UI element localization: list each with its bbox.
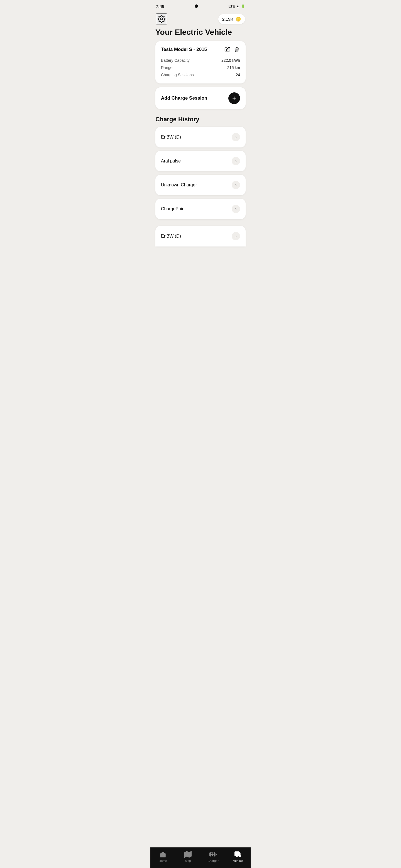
- battery-value: 222.0 kWh: [221, 58, 240, 63]
- top-bar: 2.15K 🪙: [150, 11, 251, 28]
- history-item[interactable]: EnBW (D) ›: [155, 127, 246, 148]
- status-time: 7:48: [156, 4, 164, 9]
- history-item-label: EnBW (D): [161, 234, 181, 239]
- add-session-label: Add Charge Session: [161, 95, 207, 101]
- chevron-right-icon: ›: [232, 157, 240, 165]
- chevron-right-icon: ›: [232, 181, 240, 189]
- charge-history-title: Charge History: [155, 116, 246, 123]
- wallet-button[interactable]: 2.15K 🪙: [218, 14, 245, 24]
- trash-icon: [234, 47, 239, 52]
- network-type: LTE: [229, 4, 235, 8]
- sessions-label: Charging Sessions: [161, 72, 194, 77]
- wallet-amount: 2.15K: [222, 17, 233, 22]
- battery-row: Battery Capacity 222.0 kWh: [161, 57, 240, 64]
- add-session-button[interactable]: +: [228, 92, 240, 104]
- range-value: 215 km: [227, 65, 240, 70]
- history-item-label: ChargePoint: [161, 207, 186, 211]
- settings-button[interactable]: [156, 13, 167, 25]
- svg-point-0: [161, 18, 163, 20]
- wallet-icon: 🪙: [236, 17, 241, 22]
- gear-icon: [157, 15, 165, 23]
- history-list: EnBW (D) › Aral pulse › Unknown Charger …: [155, 127, 246, 247]
- battery-label: Battery Capacity: [161, 58, 190, 63]
- vehicle-actions: [224, 46, 240, 53]
- history-item[interactable]: Aral pulse ›: [155, 151, 246, 172]
- page-title: Your Electric Vehicle: [155, 28, 246, 37]
- chevron-right-icon: ›: [232, 205, 240, 213]
- delete-vehicle-button[interactable]: [233, 46, 240, 53]
- chevron-right-icon: ›: [232, 133, 240, 141]
- main-content: Your Electric Vehicle Tesla Model S - 20…: [150, 28, 251, 269]
- edit-vehicle-button[interactable]: [224, 46, 231, 53]
- range-label: Range: [161, 65, 172, 70]
- history-item-label: Unknown Charger: [161, 183, 197, 187]
- sessions-row: Charging Sessions 24: [161, 71, 240, 79]
- history-item-partial[interactable]: EnBW (D) ›: [155, 226, 246, 247]
- status-bar: 7:48 LTE ▲ 🔋: [150, 0, 251, 11]
- camera-area: [195, 4, 198, 8]
- signal-icon: ▲: [236, 4, 239, 8]
- vehicle-card: Tesla Model S - 2015: [155, 41, 246, 84]
- status-icons: LTE ▲ 🔋: [229, 4, 245, 8]
- vehicle-card-header: Tesla Model S - 2015: [161, 46, 240, 53]
- sessions-value: 24: [236, 72, 240, 77]
- camera-dot: [195, 4, 198, 8]
- history-item[interactable]: ChargePoint ›: [155, 199, 246, 219]
- add-session-card[interactable]: Add Charge Session +: [155, 87, 246, 109]
- history-item-label: Aral pulse: [161, 159, 181, 163]
- battery-icon: 🔋: [240, 4, 245, 8]
- history-item-label: EnBW (D): [161, 135, 181, 140]
- edit-icon: [225, 47, 230, 52]
- range-row: Range 215 km: [161, 64, 240, 71]
- chevron-right-icon: ›: [232, 232, 240, 240]
- history-item[interactable]: Unknown Charger ›: [155, 175, 246, 195]
- plus-icon: +: [232, 95, 236, 101]
- vehicle-name: Tesla Model S - 2015: [161, 47, 207, 52]
